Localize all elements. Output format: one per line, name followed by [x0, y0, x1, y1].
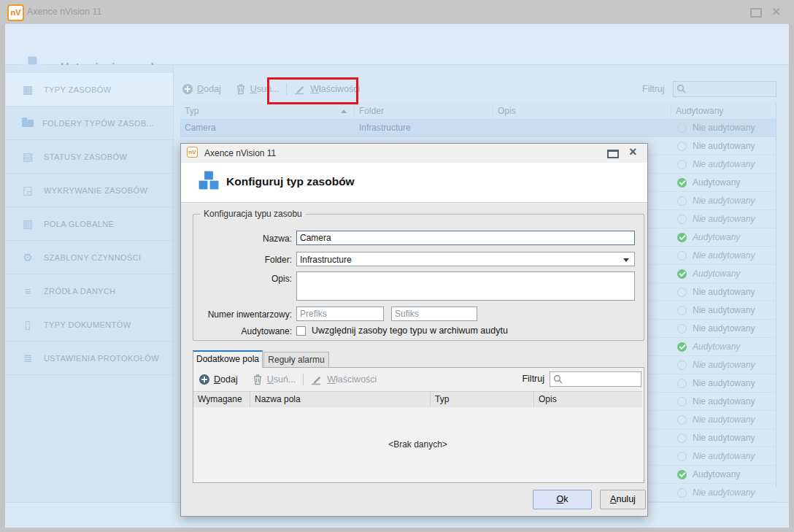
cell-audytowany: Nie audytowany: [671, 393, 755, 410]
not-audited-circle-icon: [677, 251, 687, 261]
audit-status-label: Nie audytowany: [693, 393, 755, 410]
folder-selected-value: Infrastructure: [300, 255, 352, 265]
dialog-close-icon[interactable]: ×: [629, 144, 637, 160]
folder-label: Folder:: [193, 255, 292, 265]
name-input[interactable]: [296, 231, 635, 245]
protocols-icon: ≣: [20, 352, 35, 365]
column-header-nazwa-pola[interactable]: Nazwa pola: [250, 392, 431, 407]
column-header-wymagane[interactable]: Wymagane: [193, 392, 250, 407]
cell-audytowany: Nie audytowany: [671, 320, 755, 337]
trash-icon: [253, 374, 263, 385]
audit-status-label: Nie audytowany: [693, 119, 755, 136]
not-audited-circle-icon: [677, 452, 687, 461]
sort-asc-icon: [341, 109, 347, 113]
cell-audytowany: Audytowany: [671, 228, 740, 246]
sidebar-item[interactable]: ▦TYPY ZASOBÓW: [6, 72, 173, 107]
column-header-typ[interactable]: Typ: [431, 392, 534, 407]
not-audited-circle-icon: [677, 324, 687, 334]
add-icon: [182, 84, 193, 94]
audit-status-label: Nie audytowany: [693, 447, 755, 465]
description-input[interactable]: [296, 271, 635, 301]
table-row[interactable]: CameraInfrastructureNie audytowany: [180, 119, 776, 137]
not-audited-circle-icon: [677, 361, 687, 370]
column-header-audytowany[interactable]: Audytowany: [671, 103, 776, 119]
sidebar-item-label: ŹRÓDŁA DANYCH: [44, 287, 116, 296]
toolbar-separator: [303, 374, 304, 385]
description-label: Opis:: [193, 274, 292, 284]
search-icon: [677, 84, 687, 94]
sidebar-item[interactable]: ▤STATUSY ZASOBÓW: [6, 140, 173, 174]
cell-audytowany: Nie audytowany: [671, 374, 755, 392]
not-audited-circle-icon: [677, 397, 687, 406]
audit-status-label: Nie audytowany: [693, 283, 755, 301]
chevron-down-icon: [623, 258, 629, 262]
prefix-input[interactable]: [296, 307, 384, 321]
audit-status-label: Nie audytowany: [693, 210, 755, 228]
cancel-button[interactable]: Anuluj: [600, 490, 646, 509]
audit-status-label: Nie audytowany: [693, 137, 755, 155]
tab-dodatkowe-pola[interactable]: Dodatkowe pola: [193, 350, 263, 368]
configuration-groupbox: Nazwa: Folder: Infrastructure Opis: Nume…: [193, 214, 644, 341]
suffix-input[interactable]: [391, 307, 477, 321]
remove-field-button[interactable]: Usuń...: [267, 374, 296, 385]
fields-table-header: Wymagane Nazwa pola Typ Opis: [193, 391, 642, 408]
column-header-folder[interactable]: Folder: [355, 103, 493, 119]
sidebar-item[interactable]: FOLDERY TYPÓW ZASOB...: [6, 107, 173, 140]
cell-audytowany: Nie audytowany: [671, 137, 755, 155]
close-icon[interactable]: ×: [772, 4, 780, 20]
grid-icon: ▦: [20, 83, 35, 96]
not-audited-circle-icon: [677, 196, 687, 206]
page-header: Ustawienia zasobu: [5, 24, 789, 65]
column-header-opis[interactable]: Opis: [493, 103, 671, 119]
sidebar-item-label: FOLDERY TYPÓW ZASOB...: [42, 119, 154, 128]
cell-audytowany: Audytowany: [671, 265, 740, 282]
not-audited-circle-icon: [677, 123, 687, 133]
resource-table-header: Typ Folder Opis Audytowany: [180, 103, 776, 120]
sidebar-item[interactable]: ≡ŹRÓDŁA DANYCH: [6, 274, 173, 308]
audit-status-label: Nie audytowany: [693, 356, 755, 374]
audit-status-label: Audytowany: [693, 466, 740, 483]
dialog-title: Konfiguruj typ zasobów: [226, 175, 355, 188]
fields-icon: ▥: [20, 217, 35, 231]
not-audited-circle-icon: [677, 306, 687, 315]
templates-icon: ⚙: [20, 251, 35, 264]
audited-check-icon: [677, 342, 687, 352]
audited-checkbox[interactable]: [296, 326, 306, 336]
window-title: Axence nVision 11: [27, 7, 101, 17]
add-button[interactable]: Dodaj: [197, 84, 221, 94]
add-icon: [199, 374, 209, 385]
empty-data-text: <Brak danych>: [388, 439, 447, 450]
fields-filter-box: [550, 371, 641, 387]
audit-status-label: Nie audytowany: [693, 192, 755, 209]
sidebar-item[interactable]: ≣USTAWIENIA PROTOKOŁÓW: [6, 342, 173, 375]
dialog-maximize-icon[interactable]: [607, 150, 619, 158]
cell-audytowany: Nie audytowany: [671, 192, 755, 209]
cell-audytowany: Nie audytowany: [671, 411, 755, 428]
tab-reguly-alarmu[interactable]: Reguły alarmu: [263, 352, 329, 368]
not-audited-circle-icon: [677, 288, 687, 297]
field-properties-button[interactable]: Właściwości: [327, 374, 377, 385]
not-audited-circle-icon: [677, 215, 687, 224]
cell-audytowany: Nie audytowany: [671, 447, 755, 465]
not-audited-circle-icon: [677, 488, 687, 498]
ok-button[interactable]: Ok: [533, 490, 592, 509]
add-field-button[interactable]: Dodaj: [214, 374, 238, 385]
sidebar-item-label: TYPY ZASOBÓW: [44, 85, 112, 94]
maximize-icon[interactable]: [750, 8, 762, 18]
dialog-logo-icon: nV: [187, 147, 198, 158]
trash-icon: [236, 83, 246, 95]
sidebar-item-label: USTAWIENIA PROTOKOŁÓW: [44, 354, 159, 363]
fields-filter-input[interactable]: [566, 373, 642, 387]
filter-label: Filtruj: [522, 374, 544, 384]
sidebar-item[interactable]: ▯TYPY DOKUMENTÓW: [6, 308, 173, 342]
inventory-number-label: Numer inwentarzowy:: [193, 309, 292, 320]
folder-dropdown[interactable]: Infrastructure: [296, 252, 635, 266]
cell-audytowany: Nie audytowany: [671, 484, 755, 501]
filter-input[interactable]: [690, 82, 776, 96]
sidebar-item[interactable]: ▥POLA GLOBALNE: [6, 207, 173, 241]
sidebar-item[interactable]: ⚙SZABLONY CZYNNOŚCI: [6, 241, 173, 274]
column-header-opis[interactable]: Opis: [534, 392, 642, 407]
cell-folder: Infrastructure: [359, 119, 411, 136]
sidebar-item[interactable]: ◲WYKRYWANIE ZASOBÓW: [6, 174, 173, 207]
column-header-typ[interactable]: Typ: [180, 103, 355, 119]
